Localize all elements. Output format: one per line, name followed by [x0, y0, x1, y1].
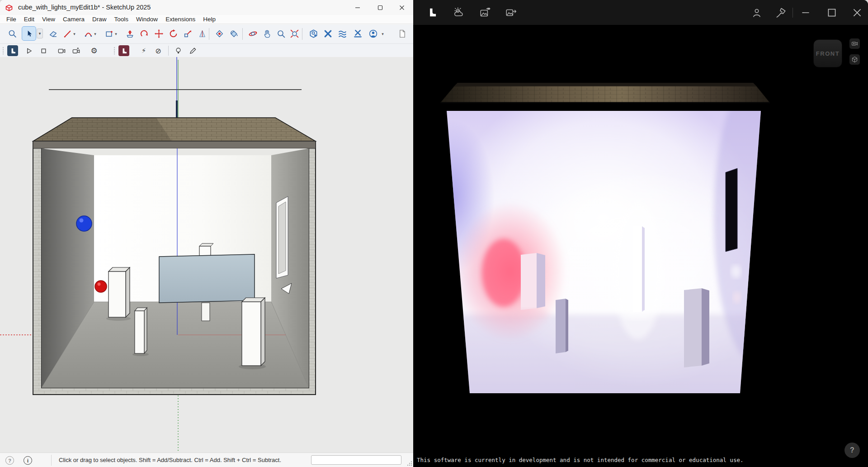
eraser-icon[interactable] — [47, 28, 59, 40]
rotate-tool-icon[interactable] — [167, 28, 179, 40]
menu-camera[interactable]: Camera — [63, 16, 85, 23]
render-window: FRONT This software is currently in deve… — [413, 0, 868, 467]
push-pull-icon[interactable] — [124, 28, 136, 40]
geolocation-help-icon[interactable]: ? — [5, 456, 14, 465]
pin-icon[interactable] — [774, 6, 787, 19]
zoom-tool-icon[interactable] — [275, 28, 287, 40]
blue-sphere-highlight — [80, 219, 84, 223]
menu-tools[interactable]: Tools — [114, 16, 129, 23]
cube-axes-button[interactable] — [849, 54, 860, 65]
render-camera-add-button[interactable] — [71, 46, 81, 56]
orbit-tool-icon[interactable] — [247, 28, 259, 40]
close-button[interactable] — [851, 6, 863, 19]
floor-reflection — [623, 311, 652, 320]
floor-reflection — [509, 309, 547, 319]
scale-tool-icon[interactable] — [182, 28, 194, 40]
shapes-tool-caret[interactable]: ▾ — [113, 31, 119, 37]
render-play-button[interactable] — [24, 46, 34, 56]
wall-window-inner — [278, 202, 286, 274]
info-icon[interactable]: i — [24, 456, 32, 465]
render-app-button-blue[interactable] — [7, 45, 18, 56]
view-cube[interactable]: FRONT — [813, 39, 842, 67]
toolbar-separator — [168, 46, 169, 56]
offset-tool-icon[interactable] — [213, 28, 226, 40]
render-stop-button[interactable] — [38, 46, 49, 56]
select-tool-button[interactable] — [22, 26, 36, 41]
render-settings-gear-icon[interactable]: ⚙ — [89, 46, 99, 56]
menu-help[interactable]: Help — [203, 16, 216, 23]
select-tool-caret[interactable]: ▾ — [37, 29, 43, 38]
follow-me-icon[interactable] — [138, 28, 151, 40]
toolbar-drag-handle[interactable] — [113, 47, 116, 55]
close-button[interactable] — [392, 0, 412, 15]
statusbar: ? i Click or drag to select objects. Shi… — [0, 453, 413, 467]
disable-icon[interactable]: ⊘ — [153, 46, 164, 56]
gray-pillar-front — [556, 299, 566, 353]
account-icon[interactable] — [367, 28, 379, 40]
pink-pillar-front — [521, 253, 537, 310]
measurements-input[interactable] — [311, 455, 401, 465]
extension-manager-icon[interactable] — [352, 28, 364, 40]
line-tool-caret[interactable]: ▾ — [71, 31, 77, 37]
maximize-button[interactable] — [826, 6, 838, 19]
account-icon[interactable] — [750, 6, 763, 19]
menu-extensions[interactable]: Extensions — [165, 16, 195, 23]
pan-tool-icon[interactable] — [261, 28, 274, 40]
paint-bucket-icon[interactable] — [228, 28, 240, 40]
new-document-icon[interactable] — [396, 28, 408, 40]
menu-draw[interactable]: Draw — [92, 16, 107, 23]
right-pillar-side — [261, 298, 265, 366]
render-camera-button[interactable] — [56, 46, 67, 56]
stand-leg — [202, 303, 210, 321]
roof-planks — [440, 86, 770, 103]
soften-edges-icon[interactable] — [336, 28, 349, 40]
extension-warehouse-icon[interactable] — [322, 28, 334, 40]
stand-top-face — [199, 243, 213, 246]
statusbar-separator — [51, 455, 52, 466]
model-scene — [0, 57, 413, 453]
minimize-button[interactable] — [799, 6, 812, 19]
menu-file[interactable]: File — [6, 16, 16, 23]
environment-cloud-icon[interactable] — [453, 6, 465, 19]
status-message: Click or drag to select objects. Shift =… — [59, 453, 281, 467]
search-icon[interactable] — [6, 28, 19, 40]
arc-tool-caret[interactable]: ▾ — [92, 31, 98, 37]
light-bulb-icon[interactable] — [173, 46, 184, 56]
menu-view[interactable]: View — [42, 16, 55, 23]
menu-edit[interactable]: Edit — [24, 16, 34, 23]
menu-window[interactable]: Window — [136, 16, 158, 23]
move-tool-icon[interactable] — [153, 28, 165, 40]
minimize-button[interactable] — [347, 0, 368, 15]
roof-top-sliver — [454, 83, 756, 86]
red-light-sphere — [95, 281, 107, 292]
toolbar-drag-handle[interactable] — [2, 47, 5, 55]
right-pillar-front — [242, 302, 261, 366]
window-title: cube_with_lights_myEdit1b* - SketchUp 20… — [18, 0, 151, 15]
resize-grip[interactable] — [407, 461, 412, 466]
menubar: File Edit View Camera Draw Tools Window … — [0, 15, 413, 24]
tape-measure-icon[interactable] — [196, 28, 208, 40]
render-app-button-maroon[interactable] — [118, 45, 129, 56]
maximize-button[interactable] — [370, 0, 391, 15]
camera-view-button[interactable] — [849, 38, 860, 49]
edit-pen-icon[interactable] — [187, 46, 198, 56]
account-caret[interactable]: ▾ — [380, 31, 386, 37]
image-adjust-icon[interactable] — [479, 6, 491, 19]
rendered-scene — [413, 25, 868, 467]
sketchup-viewport[interactable] — [0, 57, 413, 453]
render-app-logo-icon — [9, 47, 17, 55]
titlebar[interactable]: cube_with_lights_myEdit1b* - SketchUp 20… — [0, 0, 413, 15]
toolbar-separator — [209, 28, 209, 40]
help-button[interactable]: ? — [844, 443, 860, 458]
render-header[interactable] — [413, 0, 868, 25]
render-app-logo-icon — [426, 6, 439, 19]
pink-pillar-side — [537, 253, 545, 308]
lightning-icon[interactable]: ⚡ — [138, 46, 149, 56]
dark-window — [726, 168, 737, 252]
render-viewport[interactable]: FRONT This software is currently in deve… — [413, 25, 868, 467]
zoom-extents-icon[interactable] — [288, 28, 301, 40]
3d-warehouse-icon[interactable] — [307, 28, 320, 40]
image-export-icon[interactable] — [505, 6, 517, 19]
select-cursor-icon — [25, 29, 33, 38]
sketchup-logo-icon — [5, 3, 14, 12]
